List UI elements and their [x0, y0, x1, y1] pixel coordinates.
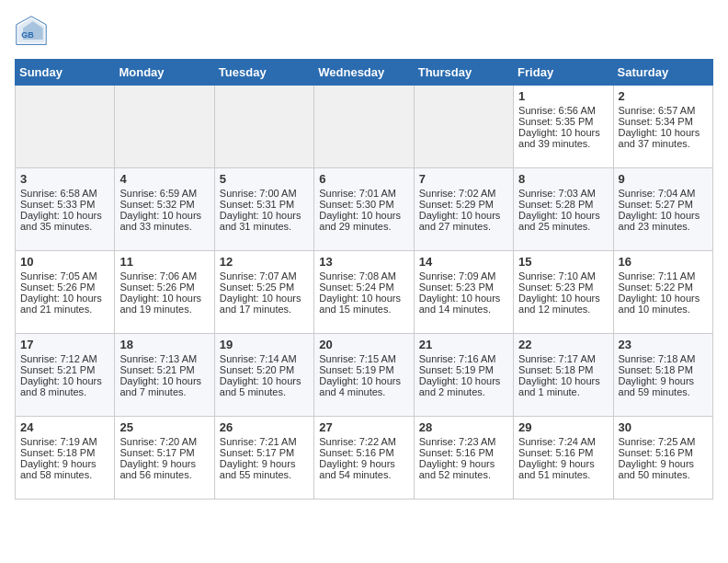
calendar-cell: 11Sunrise: 7:06 AMSunset: 5:26 PMDayligh… — [115, 251, 214, 334]
sunrise-text: Sunrise: 6:59 AM — [119, 188, 209, 199]
daylight-text: Daylight: 10 hours and 7 minutes. — [119, 375, 209, 397]
day-number: 2 — [619, 89, 708, 103]
calendar-cell: 30Sunrise: 7:25 AMSunset: 5:16 PMDayligh… — [613, 417, 712, 500]
sunrise-text: Sunrise: 7:13 AM — [119, 353, 209, 364]
sunset-text: Sunset: 5:16 PM — [619, 447, 708, 458]
day-header-saturday: Saturday — [613, 60, 712, 86]
sunrise-text: Sunrise: 6:57 AM — [619, 105, 708, 116]
sunset-text: Sunset: 5:16 PM — [319, 447, 408, 458]
calendar-cell — [214, 86, 313, 168]
daylight-text: Daylight: 10 hours and 21 minutes. — [20, 293, 109, 315]
sunset-text: Sunset: 5:18 PM — [518, 364, 608, 375]
calendar-cell: 2Sunrise: 6:57 AMSunset: 5:34 PMDaylight… — [613, 86, 712, 168]
sunset-text: Sunset: 5:34 PM — [619, 116, 708, 127]
day-number: 14 — [419, 255, 508, 269]
daylight-text: Daylight: 10 hours and 2 minutes. — [419, 375, 508, 397]
calendar-header: SundayMondayTuesdayWednesdayThursdayFrid… — [16, 60, 713, 86]
daylight-text: Daylight: 9 hours and 51 minutes. — [518, 458, 608, 480]
calendar-cell: 4Sunrise: 6:59 AMSunset: 5:32 PMDaylight… — [115, 168, 214, 251]
daylight-text: Daylight: 10 hours and 14 minutes. — [419, 293, 508, 315]
daylight-text: Daylight: 10 hours and 17 minutes. — [220, 293, 309, 315]
sunrise-text: Sunrise: 6:58 AM — [20, 188, 109, 199]
daylight-text: Daylight: 10 hours and 8 minutes. — [20, 375, 109, 397]
day-number: 25 — [119, 420, 209, 434]
day-number: 20 — [319, 338, 408, 351]
daylight-text: Daylight: 10 hours and 29 minutes. — [319, 210, 408, 232]
daylight-text: Daylight: 9 hours and 54 minutes. — [319, 458, 408, 480]
calendar-cell: 7Sunrise: 7:02 AMSunset: 5:29 PMDaylight… — [414, 168, 513, 251]
page-header: GB — [15, 15, 713, 48]
sunrise-text: Sunrise: 7:05 AM — [20, 270, 109, 282]
calendar-cell: 3Sunrise: 6:58 AMSunset: 5:33 PMDaylight… — [16, 168, 115, 251]
sunset-text: Sunset: 5:22 PM — [619, 282, 708, 293]
day-number: 18 — [119, 338, 209, 351]
week-row-1: 1Sunrise: 6:56 AMSunset: 5:35 PMDaylight… — [16, 86, 713, 168]
daylight-text: Daylight: 10 hours and 33 minutes. — [119, 210, 209, 232]
daylight-text: Daylight: 9 hours and 56 minutes. — [119, 458, 209, 480]
day-number: 17 — [20, 338, 109, 351]
daylight-text: Daylight: 9 hours and 59 minutes. — [619, 375, 708, 397]
sunset-text: Sunset: 5:17 PM — [220, 447, 309, 458]
day-number: 4 — [119, 172, 209, 186]
day-number: 24 — [20, 420, 109, 434]
daylight-text: Daylight: 10 hours and 15 minutes. — [319, 293, 408, 315]
sunrise-text: Sunrise: 7:16 AM — [419, 353, 508, 364]
calendar-cell: 21Sunrise: 7:16 AMSunset: 5:19 PMDayligh… — [414, 334, 513, 417]
daylight-text: Daylight: 10 hours and 25 minutes. — [518, 210, 608, 232]
calendar-cell — [314, 86, 414, 168]
sunrise-text: Sunrise: 7:17 AM — [518, 353, 608, 364]
day-number: 21 — [419, 338, 508, 351]
sunrise-text: Sunrise: 7:07 AM — [220, 270, 309, 282]
sunset-text: Sunset: 5:26 PM — [119, 282, 209, 293]
day-number: 12 — [220, 255, 309, 269]
calendar-cell: 19Sunrise: 7:14 AMSunset: 5:20 PMDayligh… — [214, 334, 313, 417]
sunset-text: Sunset: 5:24 PM — [319, 282, 408, 293]
sunrise-text: Sunrise: 7:04 AM — [619, 188, 708, 199]
sunset-text: Sunset: 5:35 PM — [518, 116, 608, 127]
sunrise-text: Sunrise: 7:06 AM — [119, 270, 209, 282]
days-of-week-row: SundayMondayTuesdayWednesdayThursdayFrid… — [16, 60, 713, 86]
sunset-text: Sunset: 5:30 PM — [319, 199, 408, 210]
calendar-cell: 15Sunrise: 7:10 AMSunset: 5:23 PMDayligh… — [514, 251, 613, 334]
day-number: 3 — [20, 172, 109, 186]
day-header-friday: Friday — [514, 60, 613, 86]
daylight-text: Daylight: 10 hours and 37 minutes. — [619, 127, 708, 149]
sunrise-text: Sunrise: 6:56 AM — [518, 105, 608, 116]
daylight-text: Daylight: 10 hours and 10 minutes. — [619, 293, 708, 315]
sunrise-text: Sunrise: 7:22 AM — [319, 436, 408, 447]
sunset-text: Sunset: 5:18 PM — [619, 364, 708, 375]
sunset-text: Sunset: 5:29 PM — [419, 199, 508, 210]
calendar-cell: 1Sunrise: 6:56 AMSunset: 5:35 PMDaylight… — [514, 86, 613, 168]
sunset-text: Sunset: 5:17 PM — [119, 447, 209, 458]
daylight-text: Daylight: 10 hours and 19 minutes. — [119, 293, 209, 315]
sunrise-text: Sunrise: 7:10 AM — [518, 270, 608, 282]
calendar-cell: 24Sunrise: 7:19 AMSunset: 5:18 PMDayligh… — [16, 417, 115, 500]
day-number: 30 — [619, 420, 708, 434]
sunset-text: Sunset: 5:18 PM — [20, 447, 109, 458]
sunrise-text: Sunrise: 7:09 AM — [419, 270, 508, 282]
sunrise-text: Sunrise: 7:18 AM — [619, 353, 708, 364]
logo-icon: GB — [15, 15, 48, 48]
sunrise-text: Sunrise: 7:00 AM — [220, 188, 309, 199]
week-row-5: 24Sunrise: 7:19 AMSunset: 5:18 PMDayligh… — [16, 417, 713, 500]
day-number: 29 — [518, 420, 608, 434]
calendar-cell — [16, 86, 115, 168]
daylight-text: Daylight: 9 hours and 50 minutes. — [619, 458, 708, 480]
calendar-cell — [115, 86, 214, 168]
day-number: 27 — [319, 420, 408, 434]
day-number: 13 — [319, 255, 408, 269]
calendar-cell: 18Sunrise: 7:13 AMSunset: 5:21 PMDayligh… — [115, 334, 214, 417]
sunrise-text: Sunrise: 7:19 AM — [20, 436, 109, 447]
day-number: 6 — [319, 172, 408, 186]
daylight-text: Daylight: 10 hours and 5 minutes. — [220, 375, 309, 397]
sunrise-text: Sunrise: 7:01 AM — [319, 188, 408, 199]
sunset-text: Sunset: 5:19 PM — [419, 364, 508, 375]
sunrise-text: Sunrise: 7:20 AM — [119, 436, 209, 447]
sunset-text: Sunset: 5:32 PM — [119, 199, 209, 210]
day-number: 11 — [119, 255, 209, 269]
sunset-text: Sunset: 5:21 PM — [20, 364, 109, 375]
calendar-cell: 16Sunrise: 7:11 AMSunset: 5:22 PMDayligh… — [613, 251, 712, 334]
daylight-text: Daylight: 10 hours and 12 minutes. — [518, 293, 608, 315]
calendar-cell: 22Sunrise: 7:17 AMSunset: 5:18 PMDayligh… — [514, 334, 613, 417]
calendar-cell: 10Sunrise: 7:05 AMSunset: 5:26 PMDayligh… — [16, 251, 115, 334]
